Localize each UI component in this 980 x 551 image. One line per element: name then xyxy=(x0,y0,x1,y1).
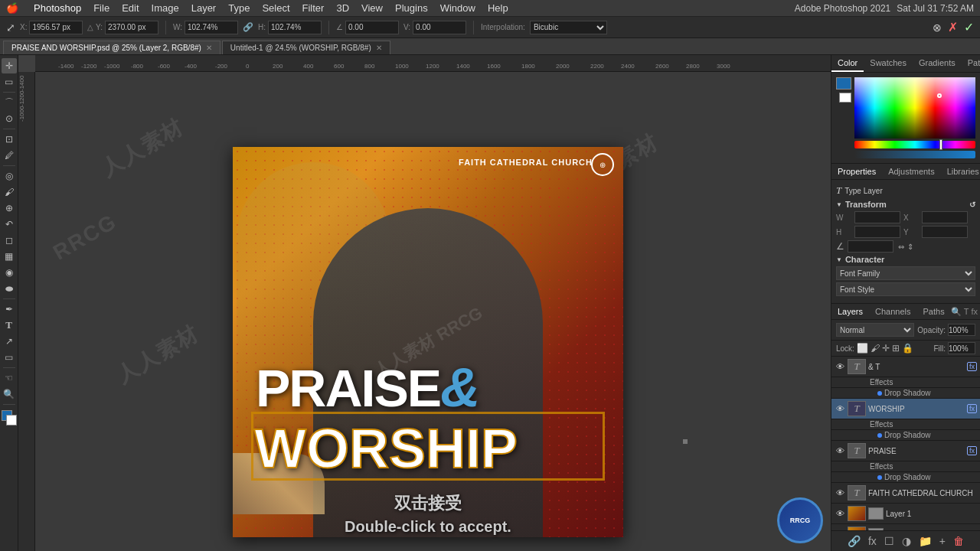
layer-fx-worship[interactable]: fx xyxy=(967,404,977,413)
layer-visibility-praise[interactable]: 👁 xyxy=(835,446,845,455)
lock-all-icon[interactable]: 🔒 xyxy=(902,343,913,354)
angle-prop-input[interactable] xyxy=(848,240,893,253)
menu-3d[interactable]: 3D xyxy=(330,2,355,14)
angle-input[interactable] xyxy=(345,21,399,34)
flip-v-icon[interactable]: ⇕ xyxy=(907,243,913,251)
transform-reset[interactable]: ↺ xyxy=(969,201,975,209)
font-family-select[interactable]: Font Family xyxy=(836,266,975,280)
y-value-input[interactable] xyxy=(105,21,158,34)
menu-plugins[interactable]: Plugins xyxy=(389,2,434,14)
layer-item-faith[interactable]: 👁 T FAITH CATHEDRAL CHURCH xyxy=(831,483,980,504)
menu-edit[interactable]: Edit xyxy=(116,2,145,14)
spot-heal-tool[interactable]: ◎ xyxy=(2,168,17,184)
fill-input[interactable] xyxy=(948,342,975,354)
layers-search-icon[interactable]: 🔍 xyxy=(951,307,962,317)
h-prop-input[interactable] xyxy=(854,226,900,238)
accept-transform-icon[interactable]: ✓ xyxy=(964,20,974,34)
menu-select[interactable]: Select xyxy=(256,2,296,14)
y-prop-input[interactable] xyxy=(922,226,968,238)
layers-mask-btn[interactable]: ☐ xyxy=(882,534,897,548)
opacity-input[interactable] xyxy=(948,324,975,336)
layer-item-11copy[interactable]: 👁 11 copy xyxy=(831,524,980,530)
blend-mode-select[interactable]: Normal xyxy=(836,323,914,337)
layer-fx-praise[interactable]: fx xyxy=(967,446,977,455)
blur-tool[interactable]: ◉ xyxy=(2,265,17,280)
foreground-background-colors[interactable] xyxy=(2,410,17,425)
layer-visibility-faith[interactable]: 👁 xyxy=(835,488,845,497)
lock-pixels-icon[interactable]: 🖌 xyxy=(871,343,880,354)
menu-filter[interactable]: Filter xyxy=(296,2,331,14)
tab-properties[interactable]: Properties xyxy=(831,164,882,179)
eraser-tool[interactable]: ◻ xyxy=(2,233,17,248)
transform-section[interactable]: ▼ Transform ↺ xyxy=(836,200,975,209)
history-brush-tool[interactable]: ↶ xyxy=(2,217,17,232)
eyedropper-tool[interactable]: 🖉 xyxy=(2,148,17,163)
menu-type[interactable]: Type xyxy=(222,2,256,14)
quick-select-tool[interactable]: ⊙ xyxy=(2,111,17,126)
color-spectrum[interactable] xyxy=(854,77,975,139)
lock-artboard-icon[interactable]: ⊞ xyxy=(892,343,900,354)
menu-view[interactable]: View xyxy=(355,2,389,14)
layers-link-btn[interactable]: 🔗 xyxy=(845,534,863,548)
hand-tool[interactable]: ☜ xyxy=(2,370,17,386)
flip-h-icon[interactable]: ⇔ xyxy=(898,243,904,251)
lasso-tool[interactable]: ⌒ xyxy=(2,95,17,110)
crop-tool[interactable]: ⊡ xyxy=(2,132,17,147)
tab-paths[interactable]: Paths xyxy=(917,304,951,319)
clone-stamp-tool[interactable]: ⊕ xyxy=(2,201,17,216)
lock-position-icon[interactable]: ✛ xyxy=(882,343,890,354)
layer-item-worship[interactable]: 👁 T WORSHIP fx xyxy=(831,399,980,419)
path-select-tool[interactable]: ↗ xyxy=(2,334,17,349)
gradient-tool[interactable]: ▦ xyxy=(2,249,17,264)
apple-menu[interactable]: 🍎 xyxy=(6,2,18,14)
x-value-input[interactable] xyxy=(29,21,83,34)
v-input[interactable] xyxy=(413,21,466,34)
tab-gradients[interactable]: Gradients xyxy=(913,55,962,72)
layers-group-btn[interactable]: 📁 xyxy=(916,534,934,548)
tab-color[interactable]: Color xyxy=(831,55,864,72)
tab-patterns[interactable]: Patterns xyxy=(962,55,980,72)
x-prop-input[interactable] xyxy=(922,211,968,223)
tab-close-1[interactable]: ✕ xyxy=(206,44,212,52)
menu-file[interactable]: File xyxy=(87,2,116,14)
character-section[interactable]: ▼ Character xyxy=(836,255,975,264)
move-tool-icon[interactable]: ⤢ xyxy=(6,21,15,34)
layers-add-icon[interactable]: T xyxy=(964,307,969,316)
tab-libraries[interactable]: Libraries xyxy=(941,164,980,179)
marquee-tool[interactable]: ▭ xyxy=(2,74,17,90)
cancel-transform-icon[interactable]: ✗ xyxy=(948,20,958,34)
layers-fx-icon[interactable]: fx xyxy=(971,307,978,316)
tab-close-2[interactable]: ✕ xyxy=(376,44,382,52)
praise-text[interactable]: PRAISE& xyxy=(256,360,479,415)
w-prop-input[interactable] xyxy=(854,211,900,223)
zoom-tool[interactable]: 🔍 xyxy=(2,386,17,402)
opacity-bar[interactable] xyxy=(854,151,975,158)
tab-praise-worship[interactable]: PRAISE AND WORSHIP.psd @ 25% (Layer 2, R… xyxy=(3,41,220,54)
interpolation-select[interactable]: Bicubic Bilinear Nearest Neighbor xyxy=(530,21,607,34)
w-value-input[interactable] xyxy=(185,21,238,34)
brush-tool[interactable]: 🖌 xyxy=(2,184,17,200)
layer-item-layer1[interactable]: 👁 Layer 1 xyxy=(831,504,980,524)
tab-layers[interactable]: Layers xyxy=(831,304,869,319)
dodge-tool[interactable]: ⬬ xyxy=(2,281,17,296)
h-value-input[interactable] xyxy=(268,21,322,34)
menu-photoshop[interactable]: Photoshop xyxy=(28,2,87,14)
menu-help[interactable]: Help xyxy=(482,2,514,14)
layer-visibility-worship[interactable]: 👁 xyxy=(835,404,845,413)
lock-transparent-icon[interactable]: ⬜ xyxy=(857,343,868,354)
fg-color-swatch[interactable] xyxy=(836,77,851,90)
layer-item-praise[interactable]: 👁 T PRAISE fx xyxy=(831,441,980,461)
tab-channels[interactable]: Channels xyxy=(869,304,916,319)
tab-untitled[interactable]: Untitled-1 @ 24.5% (WORSHIP, RGB/8#) ✕ xyxy=(222,41,390,54)
shape-tool[interactable]: ▭ xyxy=(2,350,17,365)
layer-visibility-layer1[interactable]: 👁 xyxy=(835,509,845,518)
tab-adjustments[interactable]: Adjustments xyxy=(882,164,941,179)
link-icon[interactable]: 🔗 xyxy=(243,22,253,32)
type-tool[interactable]: T xyxy=(2,318,17,333)
menu-layer[interactable]: Layer xyxy=(185,2,223,14)
menu-window[interactable]: Window xyxy=(434,2,482,14)
pen-tool[interactable]: ✒ xyxy=(2,302,17,317)
hue-bar[interactable] xyxy=(854,141,975,148)
font-style-select[interactable]: Font Style xyxy=(836,282,975,296)
bg-color-swatch[interactable] xyxy=(839,93,851,103)
